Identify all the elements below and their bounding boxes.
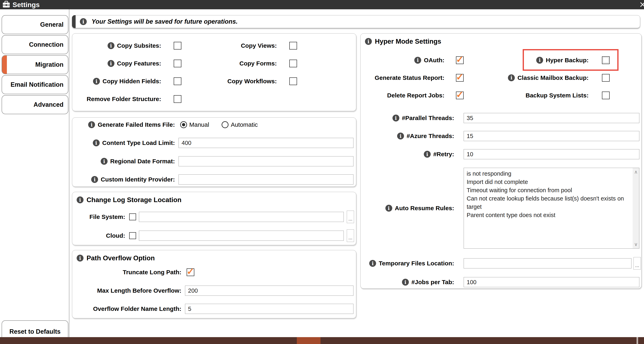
path-overflow-title: iPath Overflow Option — [77, 254, 155, 262]
check-mark: ✓ — [187, 267, 194, 276]
copy-workflows-checkbox[interactable] — [289, 77, 297, 85]
hyper-mode-title: iHyper Mode Settings — [365, 37, 441, 45]
info-icon: i — [108, 42, 114, 49]
max-length-before-overflow-label: Max Length Before Overflow: — [72, 287, 181, 294]
generate-failed-items-label: iGenerate Failed Items File: — [72, 121, 175, 128]
change-log-title: iChange Log Storage Location — [77, 196, 181, 204]
file-system-path-input[interactable] — [139, 212, 344, 222]
parallel-threads-input[interactable] — [464, 113, 639, 123]
overflow-folder-name-length-input[interactable] — [185, 304, 354, 314]
parallel-threads-label: i#Parallel Threads: — [360, 115, 454, 121]
temporary-files-location-label: iTemporary Files Location: — [360, 260, 454, 267]
hyper-backup-checkbox[interactable] — [602, 56, 610, 64]
classic-mailbox-backup-checkbox[interactable] — [602, 74, 610, 82]
regional-date-format-label: iRegional Date Format: — [72, 158, 175, 165]
retry-input[interactable] — [464, 149, 639, 159]
tab-migration[interactable]: Migration — [2, 55, 68, 74]
azure-threads-input[interactable] — [464, 131, 639, 141]
copy-features-checkbox[interactable] — [174, 60, 181, 67]
info-icon: i — [80, 18, 87, 25]
info-icon: i — [93, 78, 100, 85]
path-overflow-panel: iPath Overflow Option Truncate Long Path… — [72, 250, 356, 318]
auto-resume-rules-label: iAuto Resume Rules: — [360, 205, 454, 212]
copy-features-label: iCopy Features: — [108, 60, 161, 67]
truncate-long-path-label: Truncate Long Path: — [72, 269, 181, 276]
tab-general[interactable]: General — [2, 15, 68, 34]
info-banner: i Your Settings will be saved for future… — [72, 15, 640, 28]
file-system-label: File System: — [72, 213, 125, 220]
auto-resume-rules-textarea[interactable]: is not responding Import did not complet… — [464, 168, 639, 249]
cloud-path-input[interactable] — [139, 231, 344, 241]
info-icon: i — [402, 279, 409, 286]
info-icon: i — [91, 176, 98, 183]
tab-connection[interactable]: Connection — [2, 35, 68, 54]
classic-mailbox-backup-label: iClassic Mailbox Backup: — [508, 74, 588, 81]
generate-status-report-label: Generate Status Report: — [375, 74, 444, 81]
file-system-checkbox[interactable] — [129, 213, 136, 220]
taskbar-divider — [636, 337, 638, 344]
truncate-long-path-checkbox[interactable]: ✓ — [187, 268, 194, 276]
tab-label: Email Notification — [10, 81, 64, 88]
scroll-down-icon[interactable]: ∨ — [634, 242, 638, 247]
tab-email-notification[interactable]: Email Notification — [2, 75, 68, 94]
jobs-per-tab-input[interactable] — [464, 277, 639, 287]
tab-label: Connection — [29, 41, 64, 48]
scroll-up-icon[interactable]: ∧ — [634, 169, 638, 175]
change-log-panel: iChange Log Storage Location File System… — [72, 192, 356, 245]
copy-views-checkbox[interactable] — [289, 42, 297, 49]
retry-label: i#Retry: — [360, 151, 454, 158]
banner-accent-cap — [72, 15, 76, 28]
info-icon: i — [101, 158, 108, 165]
file-system-browse-button[interactable]: ... — [347, 211, 354, 223]
hyper-backup-label: iHyper Backup: — [536, 57, 588, 64]
copy-hidden-fields-checkbox[interactable] — [174, 77, 181, 85]
check-mark: ✓ — [456, 72, 464, 82]
close-icon[interactable]: × — [640, 0, 644, 10]
check-mark: ✓ — [456, 90, 464, 99]
check-mark: ✓ — [456, 55, 464, 64]
taskbar-active-segment — [297, 337, 320, 344]
cloud-label: Cloud: — [72, 232, 125, 239]
titlebar: Settings × — [0, 0, 644, 9]
backup-system-lists-checkbox[interactable] — [602, 91, 610, 99]
toolbox-icon — [2, 1, 10, 9]
content-type-load-limit-input[interactable] — [178, 138, 354, 148]
info-icon: i — [108, 60, 114, 67]
cloud-browse-button[interactable]: ... — [347, 229, 354, 242]
azure-threads-label: i#Azure Threads: — [360, 133, 454, 139]
max-length-before-overflow-input[interactable] — [185, 286, 354, 296]
tab-advanced[interactable]: Advanced — [2, 95, 68, 114]
hyper-mode-panel: iHyper Mode Settings iOAuth:✓ iHyper Bac… — [360, 33, 642, 289]
delete-report-jobs-checkbox[interactable]: ✓ — [456, 91, 464, 99]
generate-status-report-checkbox[interactable]: ✓ — [456, 74, 464, 82]
regional-date-format-input[interactable] — [178, 156, 354, 166]
cloud-checkbox[interactable] — [129, 232, 136, 239]
tab-label: Migration — [36, 61, 64, 68]
info-icon: i — [414, 57, 421, 64]
copy-forms-label: Copy Forms: — [240, 60, 277, 67]
taskbar-strip — [0, 337, 644, 344]
temporary-files-browse-button[interactable]: ... — [634, 257, 641, 270]
oauth-checkbox[interactable]: ✓ — [456, 56, 464, 64]
info-icon: i — [386, 205, 392, 212]
copy-forms-checkbox[interactable] — [289, 60, 297, 67]
automatic-radio[interactable] — [222, 121, 228, 128]
tab-label: Advanced — [34, 101, 64, 108]
custom-identity-provider-input[interactable] — [178, 174, 354, 185]
copy-hidden-fields-label: iCopy Hidden Fields: — [93, 78, 161, 85]
automatic-radio-label: Automatic — [231, 121, 258, 128]
remove-folder-structure-checkbox[interactable] — [174, 95, 181, 103]
manual-radio[interactable] — [180, 121, 187, 128]
copy-views-label: Copy Views: — [241, 42, 277, 49]
sidebar-divider — [69, 9, 69, 337]
tab-label: General — [40, 21, 64, 28]
copy-options-panel: iCopy Subsites: Copy Views: iCopy Featur… — [72, 33, 356, 111]
info-icon: i — [424, 151, 431, 158]
textarea-scrollbar[interactable]: ∧ ∨ — [633, 168, 639, 248]
copy-subsites-checkbox[interactable] — [174, 42, 181, 49]
info-icon: i — [93, 139, 100, 146]
temporary-files-location-input[interactable] — [464, 258, 632, 268]
copy-workflows-label: Copy Workflows: — [228, 78, 277, 85]
info-icon: i — [77, 255, 84, 262]
manual-radio-label: Manual — [189, 121, 209, 128]
